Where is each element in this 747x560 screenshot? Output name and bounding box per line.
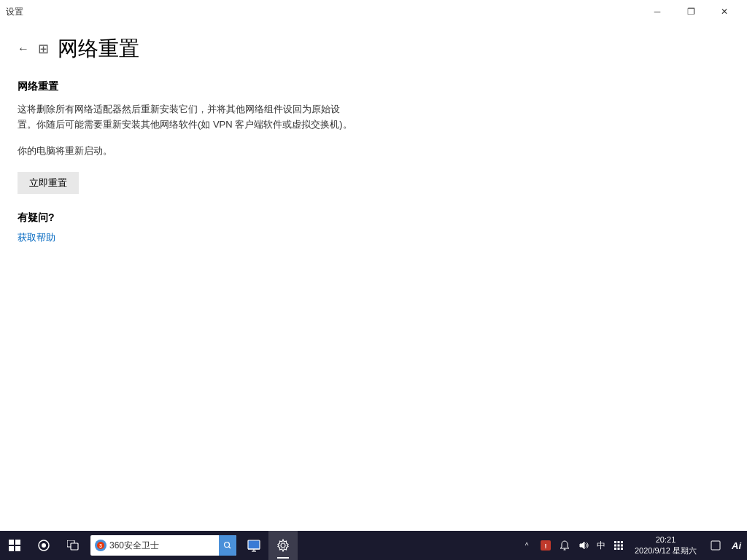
help-title: 有疑问? xyxy=(18,211,729,225)
minimize-button[interactable]: ─ xyxy=(640,0,674,23)
taskbar-pinned-apps xyxy=(239,531,298,560)
taskbar-clock[interactable]: 20:21 2020/9/12 星期六 xyxy=(629,531,703,560)
svg-rect-7 xyxy=(71,543,78,550)
maximize-button[interactable]: ❐ xyxy=(674,0,708,23)
taskbar-settings-icon[interactable] xyxy=(268,531,298,560)
svg-rect-26 xyxy=(618,545,620,547)
svg-rect-2 xyxy=(9,546,14,551)
tray-bell-icon[interactable] xyxy=(556,531,573,560)
svg-rect-1 xyxy=(15,540,20,545)
svg-rect-30 xyxy=(621,548,623,550)
search-brand-icon: 3 xyxy=(95,540,107,551)
svg-rect-12 xyxy=(248,540,260,549)
svg-point-16 xyxy=(281,543,285,548)
input-language-indicator[interactable]: 中 xyxy=(594,531,608,560)
svg-rect-23 xyxy=(618,541,620,543)
page-title: 网络重置 xyxy=(58,35,139,63)
ai-label[interactable]: Ai xyxy=(729,540,744,551)
taskbar-right: ^ ! xyxy=(518,531,747,560)
search-text: 360安全卫士 xyxy=(109,540,216,552)
tray-volume-icon[interactable] xyxy=(575,531,592,560)
tray-expand-button[interactable]: ^ xyxy=(518,531,535,560)
get-help-link[interactable]: 获取帮助 xyxy=(18,232,55,243)
search-bar[interactable]: 3 360安全卫士 xyxy=(90,535,236,556)
svg-point-5 xyxy=(42,543,46,548)
taskbar: 3 360安全卫士 xyxy=(0,531,747,560)
home-icon[interactable]: ⊞ xyxy=(38,41,49,57)
svg-rect-28 xyxy=(614,548,616,550)
restart-note: 你的电脑将重新启动。 xyxy=(18,144,729,158)
help-section: 有疑问? 获取帮助 xyxy=(18,211,729,244)
search-submit-button[interactable] xyxy=(219,535,236,556)
taskbar-left: 3 360安全卫士 xyxy=(0,531,298,560)
svg-rect-27 xyxy=(621,545,623,547)
svg-line-11 xyxy=(229,547,231,549)
taskbar-network-icon[interactable] xyxy=(239,531,268,560)
close-button[interactable]: ✕ xyxy=(708,0,741,23)
svg-rect-3 xyxy=(15,546,20,551)
svg-rect-29 xyxy=(618,548,620,550)
svg-rect-25 xyxy=(614,545,616,547)
svg-rect-31 xyxy=(711,541,720,550)
title-bar-controls: ─ ❐ ✕ xyxy=(640,0,741,23)
cortana-button[interactable] xyxy=(29,531,58,560)
main-content: ← ⊞ 网络重置 网络重置 这将删除所有网络适配器然后重新安装它们，并将其他网络… xyxy=(0,23,747,256)
reset-now-button[interactable]: 立即重置 xyxy=(18,172,79,194)
tray-antivirus-icon[interactable]: ! xyxy=(537,531,554,560)
title-bar: 设置 ─ ❐ ✕ xyxy=(0,0,747,23)
svg-text:3: 3 xyxy=(99,543,102,548)
svg-marker-21 xyxy=(580,542,584,549)
svg-text:!: ! xyxy=(545,542,547,550)
title-bar-left: 设置 xyxy=(6,6,23,18)
notification-button[interactable] xyxy=(704,531,727,560)
tray-grid-icon[interactable] xyxy=(610,531,627,560)
svg-rect-24 xyxy=(621,541,623,543)
clock-date: 2020/9/12 星期六 xyxy=(635,545,697,556)
svg-rect-22 xyxy=(614,541,616,543)
network-reset-section: 网络重置 这将删除所有网络适配器然后重新安装它们，并将其他网络组件设回为原始设置… xyxy=(18,80,729,211)
section-description: 这将删除所有网络适配器然后重新安装它们，并将其他网络组件设回为原始设置。你随后可… xyxy=(18,102,353,133)
title-bar-title: 设置 xyxy=(6,6,23,18)
clock-time: 20:21 xyxy=(656,534,676,545)
section-title: 网络重置 xyxy=(18,80,729,93)
svg-rect-0 xyxy=(9,540,14,545)
page-header: ← ⊞ 网络重置 xyxy=(18,35,729,63)
start-button[interactable] xyxy=(0,531,29,560)
system-tray: ^ ! xyxy=(518,531,592,560)
svg-point-10 xyxy=(225,542,230,548)
taskview-button[interactable] xyxy=(58,531,88,560)
back-button[interactable]: ← xyxy=(18,42,29,55)
